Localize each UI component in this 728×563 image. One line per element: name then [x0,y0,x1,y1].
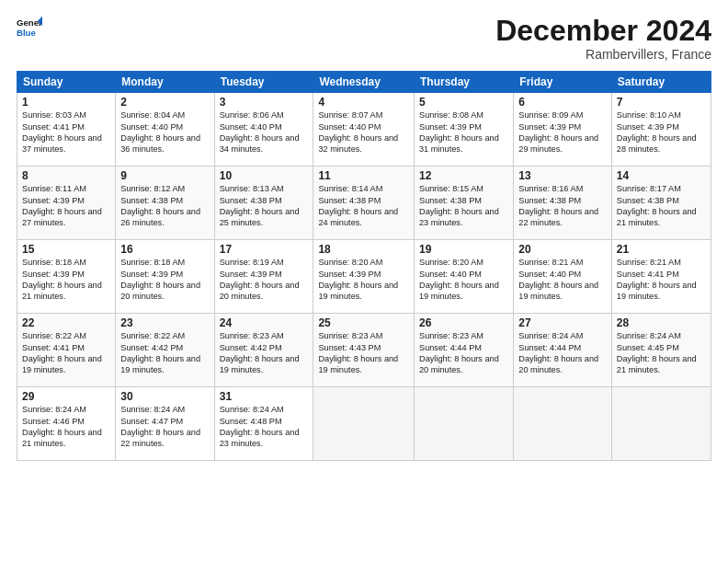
cell-info: Sunrise: 8:21 AMSunset: 4:41 PMDaylight:… [617,258,697,301]
calendar-week-row: 15 Sunrise: 8:18 AMSunset: 4:39 PMDaylig… [17,240,711,314]
cell-info: Sunrise: 8:13 AMSunset: 4:38 PMDaylight:… [220,184,300,227]
table-row: 19 Sunrise: 8:20 AMSunset: 4:40 PMDaylig… [415,240,514,314]
table-row: 28 Sunrise: 8:24 AMSunset: 4:45 PMDaylig… [611,314,711,387]
day-number: 8 [22,169,110,182]
month-title: December 2024 [495,15,711,47]
cell-info: Sunrise: 8:24 AMSunset: 4:48 PMDaylight:… [220,405,300,448]
day-number: 26 [419,316,508,329]
cell-info: Sunrise: 8:24 AMSunset: 4:45 PMDaylight:… [617,331,697,374]
table-row: 22 Sunrise: 8:22 AMSunset: 4:41 PMDaylig… [17,314,116,387]
table-row [611,387,711,461]
day-number: 22 [22,316,110,329]
table-row: 8 Sunrise: 8:11 AMSunset: 4:39 PMDayligh… [17,167,116,240]
cell-info: Sunrise: 8:19 AMSunset: 4:39 PMDaylight:… [220,258,300,301]
table-row: 25 Sunrise: 8:23 AMSunset: 4:43 PMDaylig… [313,314,415,387]
cell-info: Sunrise: 8:24 AMSunset: 4:47 PMDaylight:… [120,405,200,448]
svg-text:General: General [17,17,42,28]
day-number: 20 [518,243,607,256]
day-number: 5 [419,96,508,109]
table-row: 18 Sunrise: 8:20 AMSunset: 4:39 PMDaylig… [313,240,415,314]
cell-info: Sunrise: 8:08 AMSunset: 4:39 PMDaylight:… [419,110,499,154]
day-number: 31 [220,390,309,403]
cell-info: Sunrise: 8:23 AMSunset: 4:42 PMDaylight:… [220,331,300,374]
table-row: 2 Sunrise: 8:04 AMSunset: 4:40 PMDayligh… [116,93,214,167]
table-row: 13 Sunrise: 8:16 AMSunset: 4:38 PMDaylig… [514,167,612,240]
cell-info: Sunrise: 8:15 AMSunset: 4:38 PMDaylight:… [419,184,499,227]
cell-info: Sunrise: 8:18 AMSunset: 4:39 PMDaylight:… [22,258,102,301]
table-row: 15 Sunrise: 8:18 AMSunset: 4:39 PMDaylig… [17,240,116,314]
table-row: 3 Sunrise: 8:06 AMSunset: 4:40 PMDayligh… [214,93,313,167]
day-number: 16 [120,243,209,256]
cell-info: Sunrise: 8:09 AMSunset: 4:39 PMDaylight:… [518,110,598,154]
calendar-week-row: 8 Sunrise: 8:11 AMSunset: 4:39 PMDayligh… [17,167,711,240]
cell-info: Sunrise: 8:20 AMSunset: 4:40 PMDaylight:… [419,258,499,301]
day-number: 27 [518,316,607,329]
table-row: 17 Sunrise: 8:19 AMSunset: 4:39 PMDaylig… [214,240,313,314]
location: Rambervillers, France [495,47,711,62]
page: General Blue December 2024 Rambervillers… [0,0,728,563]
cell-info: Sunrise: 8:22 AMSunset: 4:41 PMDaylight:… [22,331,102,374]
day-number: 21 [617,243,706,256]
svg-text:Blue: Blue [17,28,36,38]
col-saturday: Saturday [611,72,711,93]
cell-info: Sunrise: 8:23 AMSunset: 4:44 PMDaylight:… [419,331,499,374]
table-row: 9 Sunrise: 8:12 AMSunset: 4:38 PMDayligh… [116,167,214,240]
header: General Blue December 2024 Rambervillers… [17,15,711,62]
day-number: 17 [220,243,309,256]
table-row: 21 Sunrise: 8:21 AMSunset: 4:41 PMDaylig… [611,240,711,314]
calendar-week-row: 1 Sunrise: 8:03 AMSunset: 4:41 PMDayligh… [17,93,711,167]
day-number: 2 [120,96,209,109]
table-row: 16 Sunrise: 8:18 AMSunset: 4:39 PMDaylig… [116,240,214,314]
day-number: 25 [318,316,409,329]
day-number: 24 [220,316,309,329]
table-row: 14 Sunrise: 8:17 AMSunset: 4:38 PMDaylig… [611,167,711,240]
day-number: 15 [22,243,110,256]
logo-icon: General Blue [17,15,42,40]
day-number: 13 [518,169,607,182]
day-number: 6 [518,96,607,109]
table-row: 30 Sunrise: 8:24 AMSunset: 4:47 PMDaylig… [116,387,214,461]
table-row: 27 Sunrise: 8:24 AMSunset: 4:44 PMDaylig… [514,314,612,387]
table-row: 7 Sunrise: 8:10 AMSunset: 4:39 PMDayligh… [611,93,711,167]
table-row: 23 Sunrise: 8:22 AMSunset: 4:42 PMDaylig… [116,314,214,387]
day-number: 19 [419,243,508,256]
cell-info: Sunrise: 8:17 AMSunset: 4:38 PMDaylight:… [617,184,697,227]
day-number: 1 [22,96,110,109]
day-number: 29 [22,390,110,403]
day-number: 14 [617,169,706,182]
cell-info: Sunrise: 8:20 AMSunset: 4:39 PMDaylight:… [318,258,398,301]
cell-info: Sunrise: 8:03 AMSunset: 4:41 PMDaylight:… [22,110,102,154]
table-row [514,387,612,461]
col-wednesday: Wednesday [313,72,415,93]
col-monday: Monday [116,72,214,93]
col-sunday: Sunday [17,72,116,93]
table-row: 5 Sunrise: 8:08 AMSunset: 4:39 PMDayligh… [415,93,514,167]
day-number: 12 [419,169,508,182]
cell-info: Sunrise: 8:10 AMSunset: 4:39 PMDaylight:… [617,110,697,154]
calendar-week-row: 22 Sunrise: 8:22 AMSunset: 4:41 PMDaylig… [17,314,711,387]
cell-info: Sunrise: 8:18 AMSunset: 4:39 PMDaylight:… [120,258,200,301]
cell-info: Sunrise: 8:07 AMSunset: 4:40 PMDaylight:… [318,110,398,154]
table-row: 1 Sunrise: 8:03 AMSunset: 4:41 PMDayligh… [17,93,116,167]
day-number: 3 [220,96,309,109]
cell-info: Sunrise: 8:22 AMSunset: 4:42 PMDaylight:… [120,331,200,374]
cell-info: Sunrise: 8:16 AMSunset: 4:38 PMDaylight:… [518,184,598,227]
table-row: 12 Sunrise: 8:15 AMSunset: 4:38 PMDaylig… [415,167,514,240]
cell-info: Sunrise: 8:11 AMSunset: 4:39 PMDaylight:… [22,184,102,227]
table-row: 20 Sunrise: 8:21 AMSunset: 4:40 PMDaylig… [514,240,612,314]
col-friday: Friday [514,72,612,93]
table-row: 4 Sunrise: 8:07 AMSunset: 4:40 PMDayligh… [313,93,415,167]
table-row: 24 Sunrise: 8:23 AMSunset: 4:42 PMDaylig… [214,314,313,387]
col-thursday: Thursday [415,72,514,93]
cell-info: Sunrise: 8:04 AMSunset: 4:40 PMDaylight:… [120,110,200,154]
table-row: 6 Sunrise: 8:09 AMSunset: 4:39 PMDayligh… [514,93,612,167]
cell-info: Sunrise: 8:21 AMSunset: 4:40 PMDaylight:… [518,258,598,301]
cell-info: Sunrise: 8:14 AMSunset: 4:38 PMDaylight:… [318,184,398,227]
day-number: 10 [220,169,309,182]
calendar-week-row: 29 Sunrise: 8:24 AMSunset: 4:46 PMDaylig… [17,387,711,461]
cell-info: Sunrise: 8:24 AMSunset: 4:46 PMDaylight:… [22,405,102,448]
day-number: 11 [318,169,409,182]
table-row: 31 Sunrise: 8:24 AMSunset: 4:48 PMDaylig… [214,387,313,461]
day-number: 4 [318,96,409,109]
calendar-table: Sunday Monday Tuesday Wednesday Thursday… [17,71,711,461]
